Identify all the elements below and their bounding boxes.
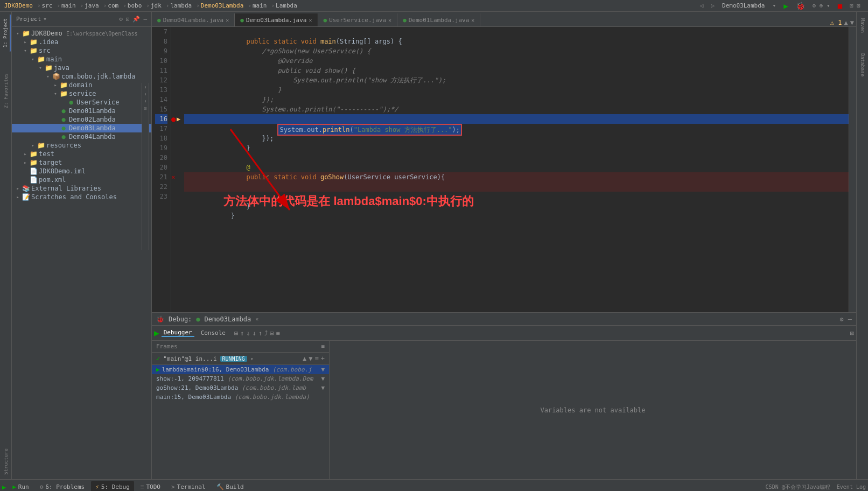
debug-resume-icon[interactable]: ▶ [154,328,159,338]
debug-layout-icon[interactable]: ⊠ [850,329,854,337]
bottom-tab-debug[interactable]: ⚡ 5: Debug [91,481,134,492]
bottom-tab-build[interactable]: 🔨 Build [212,481,248,492]
tree-item-package[interactable]: ▾ 📦 com.bobo.jdk.lambda [12,72,151,81]
bottom-tab-todo[interactable]: ≡ TODO [136,481,165,492]
tree-item-main[interactable]: ▾ 📁 main [12,55,151,64]
tree-item-resources[interactable]: ▸ 📁 resources [12,141,151,150]
debug-toolbar-icon1[interactable]: ⊞ [234,329,238,337]
tree-item-userservice[interactable]: ● UserService [12,98,151,107]
thread-status: RUNNING [220,356,247,362]
editor-content[interactable]: 7 8 9 10 11 12 13 14 15 16 17 18 19 20 2… [152,27,856,312]
tab-demo04[interactable]: ● Demo04Lambda.java ✕ [152,13,235,26]
tab-userservice-close[interactable]: ✕ [388,17,391,23]
frame-1-scroll[interactable]: ▼ [321,375,325,382]
frame-scroll[interactable]: ▼ [321,366,325,373]
tree-item-domain[interactable]: ▸ 📁 domain [12,81,151,89]
editor-scroll-up[interactable]: ▲ [844,19,848,26]
toolbar-actions[interactable]: ⚙ ⊕ ▾ [813,2,830,9]
tree-item-demo02[interactable]: ● Demo02Lambda [12,115,151,124]
tab-demo01-icon: ● [403,17,407,24]
run-config-dropdown[interactable]: ▾ [773,2,776,9]
tree-item-pom[interactable]: 📄 pom.xml [12,176,151,184]
frame-1[interactable]: show:-1, 2094777811 (com.bobo.jdk.lambda… [152,374,329,383]
src-folder-icon: 📁 [29,47,38,54]
debug-toolbar-icon3[interactable]: ⇓ [246,329,250,337]
variables-empty-text: Variables are not available [540,406,645,414]
project-name: JDK8Demo [4,2,33,9]
tree-item-external-libs[interactable]: ▸ 📚 External Libraries [12,184,151,193]
thread-status-dropdown[interactable]: ▾ [250,356,254,362]
tree-item-scratches[interactable]: ▸ 📝 Scratches and Consoles [12,193,151,201]
frames-list: ▶ lambda$main$0:16, Demo03Lambda (com.bo… [152,365,329,479]
sidebar-pin-icon[interactable]: 📌 [132,16,140,23]
build-tab-icon: 🔨 [216,483,224,490]
run-button[interactable]: ▶ [783,2,788,10]
error-marker: ✕ [171,173,175,181]
debug-toolbar-icon6[interactable]: ⤴ [264,329,268,337]
debug-settings-icon[interactable]: ⚙ [840,315,844,323]
stop-button[interactable]: ■ [838,2,842,10]
navigate-forward-icon[interactable]: ▷ [711,2,715,9]
tree-item-demo04[interactable]: ● Demo04Lambda [12,132,151,141]
editor-scrollbar[interactable] [849,27,856,312]
run-tab-icon: ▶ [12,483,16,490]
tree-item-target[interactable]: ▸ 📁 target [12,158,151,167]
tree-item-service[interactable]: ▾ 📁 service [12,89,151,98]
tree-item-java[interactable]: ▾ 📁 java [12,64,151,72]
debug-toolbar-icon5[interactable]: ↑ [258,329,262,337]
tree-item-src[interactable]: ▾ 📁 src [12,46,151,55]
debug-session-name[interactable]: Demo03Lambda [205,315,251,323]
tree-item-iml[interactable]: 📄 JDK8Demo.iml [12,167,151,176]
tab-demo03-close[interactable]: ✕ [309,17,312,23]
tree-item-idea[interactable]: ▸ 📁 .idea [12,38,151,46]
debug-tab-console[interactable]: Console [199,329,228,336]
tree-item-demo01[interactable]: ● Demo01Lambda [12,107,151,115]
frames-controls[interactable]: ▲▼≡+ [303,355,325,362]
todo-tab-icon: ≡ [141,483,144,490]
tab-database[interactable]: Database [858,49,867,81]
tab-demo03[interactable]: ● Demo03Lambda.java ✕ [235,13,318,26]
sidebar-close-icon[interactable]: — [143,16,147,23]
tree-item-jdk8demo[interactable]: ▾ 📁 JDK8Demo E:\workspace\OpenClass [12,29,151,38]
debug-session-close[interactable]: ✕ [255,316,258,322]
debug-run-button[interactable]: 🐞 [796,2,805,10]
thread-label[interactable]: "main"@1 in...i [163,355,216,362]
frame-2-scroll[interactable]: ▼ [321,384,325,391]
tab-demo01-close[interactable]: ✕ [471,17,474,23]
tab-structure[interactable]: Structure [2,444,10,479]
tab-demo01[interactable]: ● Demo01Lambda.java ✕ [397,13,480,26]
frames-filter-icon[interactable]: ≡ [321,343,325,350]
debug-minimize-icon[interactable]: — [848,315,852,323]
editor-scroll-down[interactable]: ▼ [850,19,854,26]
tab-userservice[interactable]: ● UserService.java ✕ [318,13,398,26]
frames-header: Frames ≡ [152,341,329,353]
event-log-label[interactable]: Event Log [837,484,866,490]
code-line-14: System.out.println("----------");*/ [184,95,849,104]
code-editor[interactable]: public static void main(String[] args) {… [182,27,849,312]
terminal-tab-label: Terminal [177,483,206,490]
tab-project[interactable]: 1: Project [1,14,11,52]
tree-item-test[interactable]: ▸ 📁 test [12,150,151,158]
build-tab-label: Build [226,483,244,490]
debug-toolbar-icon2[interactable]: ⇑ [240,329,244,337]
navigate-back-icon[interactable]: ◁ [700,2,704,9]
tab-demo04-close[interactable]: ✕ [226,17,229,23]
sidebar-layout-icon[interactable]: ⊡ [126,16,130,23]
debug-toolbar-icon7[interactable]: ⊟ [270,329,274,337]
tree-item-demo03[interactable]: ● Demo03Lambda [12,124,151,132]
frame-2[interactable]: goShow:21, Demo03Lambda (com.bobo.jdk.la… [152,383,329,392]
window-controls[interactable]: ⊡ ⊠ [850,2,860,9]
bottom-tab-run[interactable]: ▶ Run [8,481,33,492]
tab-maven[interactable]: Maven [858,14,867,37]
debug-toolbar-icon4[interactable]: ↓ [253,329,256,337]
frame-0[interactable]: ▶ lambda$main$0:16, Demo03Lambda (com.bo… [152,365,329,374]
debug-toolbar-icon8[interactable]: ≡ [276,329,279,337]
sidebar-settings-icon[interactable]: ⚙ [119,16,123,23]
bottom-tab-terminal[interactable]: > Terminal [167,481,210,492]
frame-3[interactable]: main:15, Demo03Lambda (com.bobo.jdk.lamb… [152,392,329,402]
bottom-tab-problems[interactable]: ⚙ 6: Problems [36,481,89,492]
bottom-run-icon[interactable]: ▶ [2,483,6,491]
debug-tab-debugger[interactable]: Debugger [162,329,194,337]
sidebar-title: Project [16,16,41,23]
tab-favorites[interactable]: 2: Favorites [2,69,10,113]
